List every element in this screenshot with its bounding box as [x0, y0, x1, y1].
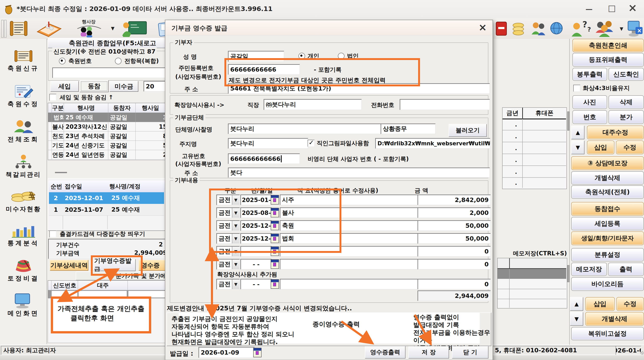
scroll-up-button[interactable]: ▲ — [571, 126, 584, 139]
scroll-down-button[interactable]: ▼ — [571, 141, 584, 154]
toolbar-goldcoins-icon[interactable] — [511, 20, 526, 38]
category-button[interactable]: 분류설정 — [571, 248, 644, 261]
scroll-up2-button[interactable]: ▲ — [570, 297, 583, 311]
output-button[interactable]: 출력 — [608, 263, 644, 276]
calendar-icon[interactable] — [253, 348, 262, 357]
donation-receipt-issue-button[interactable]: 기부영수증발급 — [94, 259, 136, 271]
donation-type-select[interactable]: 금전▼ — [216, 246, 240, 257]
calendar-icon[interactable] — [271, 259, 279, 269]
calendar-icon[interactable] — [271, 234, 279, 243]
splitter-strip[interactable] — [48, 164, 165, 177]
table-row[interactable]: 2 2025-12-01 25 예수재 — [49, 192, 164, 204]
toolbar-scroll-icon[interactable] — [9, 20, 28, 38]
sidebar-item-edit[interactable]: 축원수정 — [0, 84, 47, 108]
table-row[interactable]: 기도 24년 신중기도 공갈일 5 — [48, 141, 165, 150]
tablet-print-button[interactable]: 등표위패출력 — [572, 53, 644, 67]
delete-each-button[interactable]: 개별삭제 — [571, 171, 644, 185]
member-check-button[interactable]: 신도확인 — [608, 68, 644, 81]
insert2-button[interactable]: 삽입 — [585, 297, 615, 311]
card-search-checkbox-row[interactable]: 출결카드검색 다중접수창 띄우기 — [49, 230, 145, 238]
tab-join[interactable]: 동참 — [80, 80, 109, 92]
toolbar-help-person-icon[interactable]: ?? — [568, 20, 591, 38]
resize-grip[interactable] — [640, 351, 644, 354]
donation-amount-input[interactable]: 50,000 — [418, 220, 491, 231]
radio-individual[interactable]: 개인 — [298, 52, 319, 60]
aspect-ratio-checkbox[interactable]: 화상4:3비율유지 — [573, 84, 630, 92]
sidebar-item-unpaid[interactable]: 미수자현황 — [0, 189, 47, 213]
table-row[interactable] — [498, 289, 566, 299]
tab-income[interactable]: 세입 — [50, 81, 79, 92]
close-button[interactable]: × — [624, 2, 641, 14]
table-row[interactable]: . — [502, 166, 566, 178]
donation-desc-input[interactable] — [280, 279, 418, 289]
toolbar-dropdown-icon[interactable]: ▼ — [111, 26, 114, 31]
table-row[interactable]: 천도 23년 추석차례 공갈일 8 — [48, 131, 165, 141]
donation-amount-input[interactable]: 2,842,009 — [418, 195, 491, 205]
seal-path-input[interactable]: D:₩drlib32x₩mnk_webserver₩util₩bmp — [375, 138, 490, 149]
workplace-input[interactable]: ㈜붓다누리 — [264, 99, 362, 110]
donation-desc-input[interactable] — [280, 259, 418, 269]
delete-each2-button[interactable]: 개별삭제 — [585, 312, 644, 326]
donation-amount-input[interactable]: 0 — [418, 279, 491, 289]
scrollbar-thumb[interactable] — [567, 112, 569, 131]
donation-type-select[interactable]: 금전▼ — [216, 259, 240, 270]
calendar-icon[interactable] — [271, 221, 279, 230]
donation-desc-input[interactable]: 불사 — [280, 207, 418, 218]
toolbar-hall-people-icon[interactable] — [76, 23, 103, 38]
load-button[interactable]: 불러오기 — [448, 124, 487, 137]
biorhythm-button[interactable]: 바이오리듬 — [571, 277, 644, 291]
donation-detail-button[interactable]: 기부상세내역 — [50, 260, 88, 271]
table-row[interactable] — [498, 299, 566, 308]
sms-button[interactable]: 생일/회향/기타문자 — [571, 231, 644, 245]
donation-date-input[interactable]: 2025-12-01 — [240, 233, 272, 244]
donor-name-input[interactable]: 공갈일 — [228, 51, 284, 62]
hide-checkbox-row[interactable]: 세입 및 동참 숨김 ↑ — [49, 93, 113, 101]
table-row[interactable]: . — [502, 130, 566, 142]
scroll-down2-button[interactable]: ▼ — [570, 312, 583, 326]
donation-date-input[interactable]: 2025-01-14 — [240, 195, 272, 205]
calendar-icon[interactable] — [271, 279, 279, 289]
toolbar-exit-icon[interactable]: × — [626, 20, 643, 38]
dialog-close-icon[interactable]: × — [478, 21, 487, 33]
join-receipt-button[interactable]: 동참접수 — [571, 202, 644, 216]
remark-setting-button[interactable]: 복위비고설정 — [571, 327, 644, 340]
table-row[interactable]: . — [502, 142, 566, 154]
donation-date-input[interactable]: - - — [240, 246, 272, 257]
donation-type-select[interactable]: 금전▼ — [216, 220, 240, 231]
close-dialog-button[interactable]: 닫 기 — [452, 346, 488, 358]
branch-button[interactable]: 분가 — [608, 110, 644, 124]
radio-corporate[interactable]: 법인 — [338, 52, 358, 60]
photo-button[interactable]: 사진 — [572, 95, 607, 109]
donor-address-input[interactable]: 54661 전북특별자치도 (모현동1가) — [228, 83, 490, 94]
donation-type-select[interactable]: 금전▼ — [216, 233, 240, 244]
donor-rrn-input[interactable]: 66666666666 — [228, 64, 300, 75]
donation-amount-input[interactable]: 0 — [418, 246, 491, 257]
envelope-print-button[interactable]: 봉투출력 — [572, 68, 607, 81]
donation-date-input[interactable]: 2025-12-01 — [240, 220, 272, 231]
calendar-icon[interactable] — [271, 195, 279, 204]
donation-type-select[interactable]: 금전▼ — [216, 195, 240, 205]
memo-pad-button[interactable]: ③ 상담메모장 — [571, 156, 644, 170]
calendar-icon[interactable] — [271, 208, 279, 217]
sidebar-item-main[interactable]: 메인화면 — [0, 292, 47, 318]
memo-save-button[interactable]: 메모저장 — [571, 263, 607, 276]
toolbar-group-icon[interactable] — [593, 20, 616, 39]
table-row[interactable]: 연등 24년 일년연등 공갈일 2 — [48, 150, 165, 159]
minimize-button[interactable]: — — [581, 3, 597, 15]
donation-date-input[interactable]: 2025-08-04 — [240, 207, 272, 218]
toolbar-ledger-icon[interactable] — [35, 20, 62, 38]
table-row[interactable] — [498, 279, 566, 289]
donation-amount-input[interactable]: 0 — [418, 259, 491, 269]
calendar-icon[interactable] — [271, 246, 279, 256]
table-row[interactable]: . — [502, 154, 566, 166]
edit-button[interactable]: 수정 — [616, 141, 644, 154]
sidebar-item-new[interactable]: 축원신규 — [0, 49, 47, 73]
tab-unpaid[interactable]: 미수금 — [110, 81, 138, 92]
donation-type-select[interactable]: 금전▼ — [216, 207, 240, 218]
save-button[interactable]: 저 장 — [408, 346, 449, 358]
issue-date-input[interactable]: 2026-01-09 — [198, 347, 255, 358]
org-role-input[interactable]: 상황종무 — [380, 124, 436, 134]
toolbar-people-pair-icon[interactable] — [530, 21, 546, 37]
radio-all-items[interactable]: 전항목(복합) — [115, 57, 159, 65]
table-row[interactable]: . — [502, 119, 566, 130]
